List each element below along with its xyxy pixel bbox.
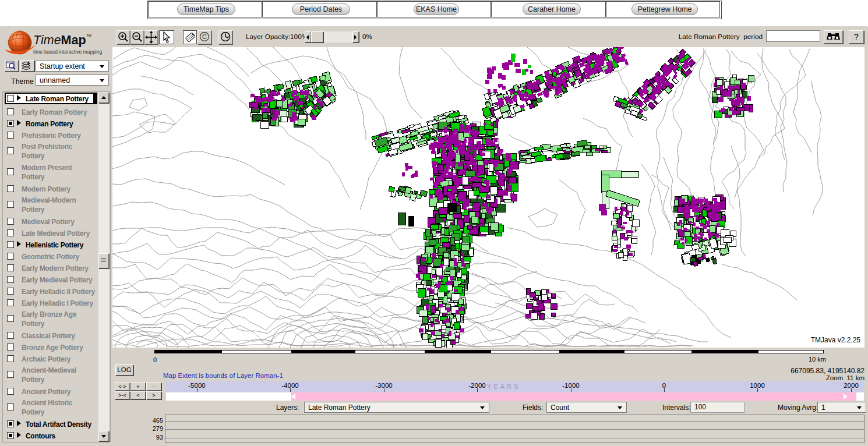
svg-text:C: C [202, 33, 207, 40]
